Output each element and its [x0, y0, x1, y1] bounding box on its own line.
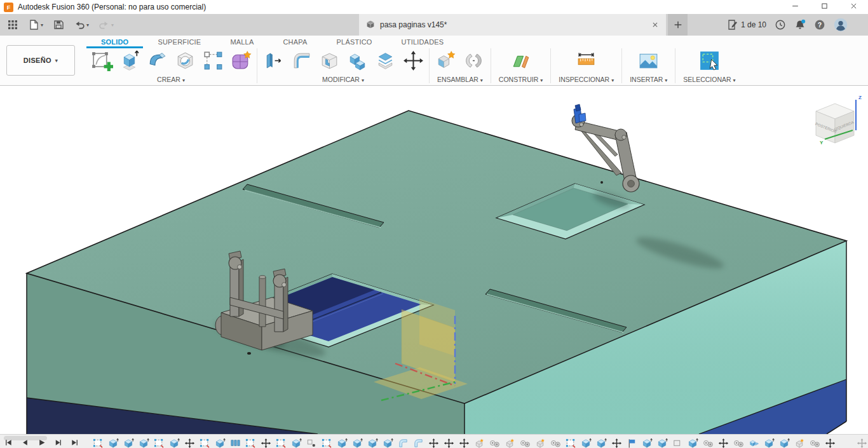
ribbon-tab-utilidades[interactable]: UTILIDADES: [387, 36, 459, 48]
tool-move-button[interactable]: [399, 48, 427, 75]
timeline-feature-29-joint[interactable]: [520, 438, 531, 448]
timeline-feature-3-extrude[interactable]: [123, 438, 134, 448]
timeline-end-marker[interactable]: [857, 438, 867, 448]
timeline-feature-40-extrude[interactable]: [688, 438, 698, 448]
viewport-3d[interactable]: [0, 86, 868, 434]
group-label-seleccionar[interactable]: SELECCIONAR▾: [677, 76, 741, 83]
timeline-feature-5-sketch[interactable]: [154, 438, 165, 448]
ribbon-tab-superficie[interactable]: SUPERFICIE: [143, 36, 215, 48]
timeline-feature-16-sketch[interactable]: [322, 438, 332, 448]
version-indicator[interactable]: 1 de 10: [727, 19, 766, 31]
timeline-feature-44-combine[interactable]: [749, 438, 759, 448]
timeline-feature-14-extrude[interactable]: [291, 438, 302, 448]
timeline-feature-42-move[interactable]: [718, 438, 729, 448]
close-tab-icon[interactable]: [651, 20, 660, 29]
timeline-feature-49-move[interactable]: [825, 438, 836, 448]
timeline-feature-15-point[interactable]: [306, 438, 317, 448]
timeline-feature-45-extrude[interactable]: [764, 438, 775, 448]
qat-save-button[interactable]: [51, 18, 66, 32]
maximize-button[interactable]: [810, 0, 839, 14]
timeline-feature-13-sketch[interactable]: [276, 438, 287, 448]
timeline-feature-30-component[interactable]: [535, 438, 546, 448]
tool-fillet-button[interactable]: [287, 48, 315, 75]
tool-press-pull-button[interactable]: [259, 48, 287, 75]
timeline-feature-23-move[interactable]: [428, 438, 439, 448]
qat-redo-button[interactable]: ▾: [97, 18, 116, 32]
tool-create-sketch-button[interactable]: [87, 48, 115, 75]
timeline-feature-38-extrude[interactable]: [657, 438, 668, 448]
tool-pattern-button[interactable]: [199, 48, 227, 75]
timeline-feature-22-fillet[interactable]: [413, 438, 424, 448]
tool-select-button[interactable]: [695, 48, 723, 75]
timeline-feature-11-sketch[interactable]: [245, 438, 256, 448]
group-label-construir[interactable]: CONSTRUIR▾: [493, 76, 548, 83]
tool-joint-button[interactable]: [460, 48, 488, 75]
timeline-feature-27-joint[interactable]: [489, 438, 500, 448]
qat-undo-button[interactable]: ▾: [72, 18, 91, 32]
tool-revolve-button[interactable]: [143, 48, 171, 75]
timeline-pb-next-button[interactable]: [53, 438, 63, 447]
timeline-feature-48-joint[interactable]: [810, 438, 820, 448]
timeline-feature-41-joint[interactable]: [703, 438, 714, 448]
timeline-feature-46-extrude[interactable]: [779, 438, 790, 448]
timeline-feature-21-fillet[interactable]: [398, 438, 409, 448]
qat-app-launcher-button[interactable]: [5, 18, 20, 32]
profile[interactable]: [834, 18, 848, 32]
tool-form-button[interactable]: [227, 48, 255, 75]
timeline-feature-28-component[interactable]: [505, 438, 515, 448]
timeline-feature-39-box[interactable]: [672, 438, 683, 448]
minimize-button[interactable]: [780, 0, 810, 14]
timeline-feature-19-extrude[interactable]: [367, 438, 378, 448]
notifications[interactable]: [794, 19, 806, 31]
timeline-feature-7-move[interactable]: [184, 438, 195, 448]
viewcube[interactable]: POSTERIOR IZQUIERDA Z Y: [806, 92, 867, 151]
timeline-feature-17-extrude[interactable]: [337, 438, 348, 448]
timeline-feature-34-extrude[interactable]: [596, 438, 607, 448]
timeline-feature-26-component[interactable]: [474, 438, 485, 448]
tool-measure-button[interactable]: [573, 48, 600, 75]
timeline-feature-6-extrude[interactable]: [169, 438, 180, 448]
tool-hole-button[interactable]: [171, 48, 199, 75]
timeline-feature-2-extrude[interactable]: [108, 438, 119, 448]
timeline-feature-37-extrude[interactable]: [642, 438, 653, 448]
timeline-feature-18-extrude[interactable]: [352, 438, 363, 448]
document-tab[interactable]: pasa paginas v145*: [359, 14, 666, 36]
ribbon-tab-solido[interactable]: SOLIDO: [86, 36, 143, 48]
tool-insert-image-button[interactable]: [635, 48, 663, 75]
timeline-feature-1-sketch[interactable]: [93, 438, 104, 448]
timeline-pb-prev-button[interactable]: [20, 438, 30, 447]
group-label-crear[interactable]: CREAR▾: [151, 76, 191, 83]
help[interactable]: ?: [814, 19, 825, 31]
timeline-feature-12-move[interactable]: [261, 438, 271, 448]
timeline-feature-25-move[interactable]: [459, 438, 470, 448]
timeline-feature-36-flag[interactable]: [627, 438, 637, 448]
timeline-feature-31-joint[interactable]: [550, 438, 561, 448]
job-status[interactable]: [775, 19, 786, 31]
timeline-feature-20-extrude[interactable]: [383, 438, 393, 448]
group-label-inspeccionar[interactable]: INSPECCIONAR▾: [553, 76, 620, 83]
timeline-feature-35-move[interactable]: [611, 438, 622, 448]
qat-file-menu-button[interactable]: ▾: [26, 18, 45, 32]
timeline-feature-33-extrude[interactable]: [581, 438, 592, 448]
group-label-insertar[interactable]: INSERTAR▾: [624, 76, 673, 83]
timeline-feature-4-extrude[interactable]: [139, 438, 149, 448]
tool-extrude-button[interactable]: [115, 48, 143, 75]
tool-new-component-button[interactable]: [432, 48, 460, 75]
ribbon-tab-chapa[interactable]: CHAPA: [268, 36, 322, 48]
tool-construction-plane-button[interactable]: [507, 48, 535, 75]
tool-shell-button[interactable]: [315, 48, 343, 75]
tool-offset-face-button[interactable]: [371, 48, 399, 75]
timeline-pb-first-button[interactable]: [4, 438, 13, 447]
close-button[interactable]: [839, 0, 868, 14]
timeline-feature-32-sketch[interactable]: [566, 438, 576, 448]
timeline-feature-43-joint[interactable]: [733, 438, 744, 448]
tool-combine-button[interactable]: [343, 48, 371, 75]
timeline-feature-8-sketch[interactable]: [200, 438, 210, 448]
timeline-feature-47-component[interactable]: [794, 438, 805, 448]
timeline-pb-play-button[interactable]: [37, 438, 46, 447]
group-label-modificar[interactable]: MODIFICAR▾: [316, 76, 370, 83]
timeline-pb-last-button[interactable]: [70, 438, 79, 447]
design-mode-dropdown[interactable]: DISEÑO ▾: [6, 45, 75, 76]
ribbon-tab-malla[interactable]: MALLA: [215, 36, 268, 48]
group-label-ensamblar[interactable]: ENSAMBLAR▾: [431, 76, 489, 83]
